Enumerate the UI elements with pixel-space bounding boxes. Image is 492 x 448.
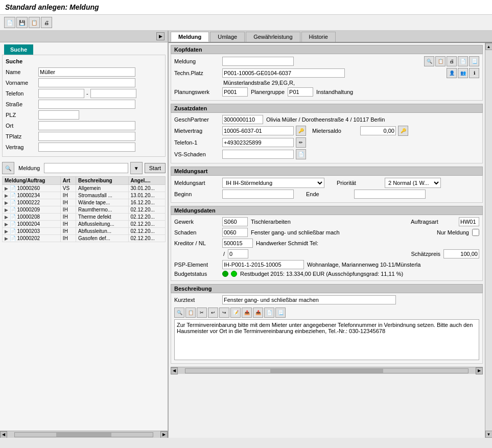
print-button[interactable]: 🖨 (41, 17, 52, 28)
planergruppe-input[interactable] (288, 87, 313, 97)
cell-beschreibung: Raumthermo... (76, 206, 128, 214)
right-scroll-right-btn[interactable]: ▶ (476, 367, 483, 374)
doc-icon-btn-2[interactable]: 📃 (469, 56, 479, 66)
telefon-input-2[interactable] (90, 89, 136, 98)
scroll-right-btn[interactable]: ▶ (160, 431, 168, 438)
mietersaldo-input[interactable] (360, 126, 396, 135)
mietvertrag-icon-btn[interactable]: 🔑 (296, 126, 306, 136)
table-row[interactable]: ▶ 📄 10000234 IH Stromausfall ... 13.01.2… (3, 192, 166, 199)
telefon1-input[interactable] (222, 138, 294, 147)
text-tool-1[interactable]: 🔍 (174, 308, 184, 318)
doc-icon-btn-1[interactable]: 📄 (458, 56, 468, 66)
techn-platz-input[interactable] (222, 68, 345, 78)
cell-beschreibung: Wände tape... (76, 199, 128, 206)
copy-icon-btn-1[interactable]: 📋 (435, 56, 446, 66)
nur-meldung-checkbox[interactable] (472, 229, 479, 236)
text-tool-6[interactable]: 📝 (230, 308, 241, 318)
vsschaden-doc-btn[interactable]: 📄 (296, 149, 306, 159)
search-icon-btn-1[interactable]: 🔍 (424, 56, 434, 66)
telefon1-label: Telefon-1 (174, 139, 220, 146)
telefon-input-1[interactable] (38, 89, 84, 98)
auftragsart-input[interactable] (459, 217, 479, 226)
persons-icon-btn[interactable]: 👥 (458, 68, 468, 78)
cell-id: ▶ 📄 10000204 (3, 221, 61, 228)
text-tool-10[interactable]: 📃 (275, 308, 286, 318)
cell-angel: 02.12.20... (128, 214, 165, 221)
text-tool-7[interactable]: 📤 (242, 308, 252, 318)
plz-input[interactable] (38, 110, 79, 120)
save-button[interactable]: 💾 (16, 17, 28, 28)
ort-input[interactable] (38, 121, 135, 130)
strasse-label: Straße (6, 101, 36, 107)
search-tab[interactable]: Suche (4, 44, 33, 55)
prioritaet-select[interactable]: 2 Normal (1 W... (385, 178, 441, 188)
text-tool-8[interactable]: 📥 (253, 308, 263, 318)
scroll-left-btn[interactable]: ◀ (0, 431, 7, 438)
long-text-area[interactable]: Zur Terminvereinbarung bitte mit dem Mie… (174, 319, 479, 360)
telefon-row: Telefon - (6, 89, 162, 98)
meldungsart-select[interactable]: IH IH-Störmeldung (222, 178, 324, 188)
scroll-track (14, 432, 153, 437)
tab-meldung[interactable]: Meldung (171, 32, 209, 42)
planungswerk-input[interactable] (222, 87, 248, 97)
tplatz-input[interactable] (38, 132, 135, 141)
strasse-input[interactable] (38, 100, 135, 109)
search-icon-btn[interactable]: 🔍 (2, 162, 14, 174)
cell-angel: 02.12.20... (128, 206, 165, 214)
vorname-input[interactable] (38, 78, 135, 87)
table-row[interactable]: ▶ 📄 10000202 IH Gasofen def... 02.12.20.… (3, 235, 166, 242)
text-tool-5[interactable]: ↪ (219, 308, 229, 318)
schaetzpreis-input[interactable] (443, 249, 479, 258)
table-row[interactable]: ▶ 📄 10000260 VS Allgemein 30.01.20... (3, 185, 166, 192)
edit-icon-btn[interactable]: ✏ (296, 137, 306, 148)
copy-button[interactable]: 📋 (29, 17, 40, 28)
table-row[interactable]: ▶ 📄 10000204 IH Abflussleitung... 02.12.… (3, 221, 166, 228)
vertical-scrollbar: ▲ ▼ (485, 43, 492, 438)
collapse-panel-button[interactable]: ▶ (156, 32, 165, 40)
tab-umlage[interactable]: Umlage (210, 32, 245, 42)
name-input[interactable] (38, 67, 135, 77)
meldungsart-label: Meldungsart (174, 180, 220, 186)
cell-angel: 02.12.20... (128, 235, 165, 242)
tab-gewaehrleistung[interactable]: Gewährleistung (246, 32, 300, 42)
info-icon-btn[interactable]: ℹ (469, 68, 479, 78)
gewerk-input[interactable] (222, 217, 248, 226)
text-tool-4[interactable]: ↩ (208, 308, 218, 318)
nl-input[interactable] (228, 249, 248, 258)
schaden-input[interactable] (222, 228, 248, 237)
kopfdaten-title: Kopfdaten (171, 45, 483, 54)
text-tool-2[interactable]: 📋 (185, 308, 196, 318)
right-scroll-left-btn[interactable]: ◀ (171, 367, 178, 374)
tab-historie[interactable]: Historie (301, 32, 336, 42)
meldungsart-row: Meldungsart IH IH-Störmeldung Priorität … (174, 178, 479, 188)
kurztext-input[interactable] (222, 295, 396, 304)
scroll-up-btn[interactable]: ▲ (485, 43, 493, 50)
kreditor-input[interactable] (222, 239, 253, 248)
table-row[interactable]: ▶ 📄 10000222 IH Wände tape... 16.12.20..… (3, 199, 166, 206)
vertrag-input[interactable] (38, 143, 135, 152)
cell-beschreibung: Gasofen def... (76, 235, 128, 242)
scroll-thumb (56, 433, 111, 437)
scroll-down-btn[interactable]: ▼ (485, 431, 493, 438)
dropdown-icon-btn[interactable]: ▼ (130, 162, 143, 174)
print-icon-btn-1[interactable]: 🖨 (447, 56, 457, 66)
ende-input[interactable] (354, 190, 426, 199)
geschpartner-id-input[interactable] (222, 115, 263, 124)
vsschaden-input[interactable] (222, 150, 294, 159)
meldung-search-input[interactable] (44, 163, 128, 173)
table-row[interactable]: ▶ 📄 10000203 IH Abflussleitun... 02.12.2… (3, 228, 166, 235)
text-tool-9[interactable]: 📄 (264, 308, 274, 318)
new-button[interactable]: 📄 (4, 17, 15, 28)
toolbar: 📄 💾 📋 🖨 (0, 15, 492, 31)
psp-input[interactable] (222, 260, 304, 269)
meldung-field-input[interactable] (222, 57, 294, 66)
beginn-input[interactable] (222, 190, 294, 199)
table-row[interactable]: ▶ 📄 10000208 IH Therme defekt 02.12.20..… (3, 214, 166, 221)
text-tool-3[interactable]: ✂ (197, 308, 207, 318)
person-icon-btn[interactable]: 👤 (447, 68, 457, 78)
mietvertrag-input[interactable] (222, 126, 294, 135)
col-meldung-auftrag: Meldung/Auftrag (3, 177, 61, 185)
start-button[interactable]: Start (145, 163, 166, 173)
mietersaldo-icon-btn[interactable]: 🔑 (398, 126, 408, 136)
table-row[interactable]: ▶ 📄 10000209 IH Raumthermo... 02.12.20..… (3, 206, 166, 214)
